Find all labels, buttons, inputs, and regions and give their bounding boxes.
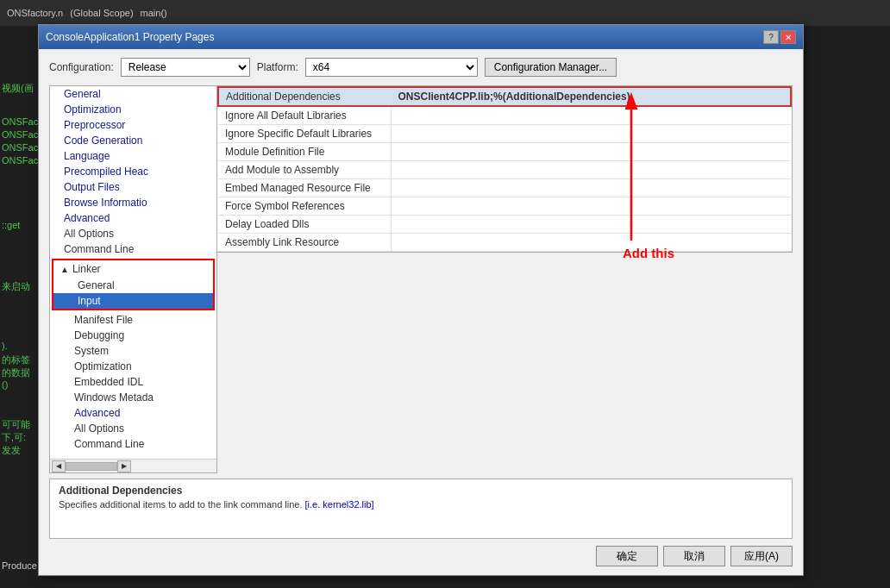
prop-key-delay-loaded: Delay Loaded Dlls <box>218 216 391 234</box>
dialog-title: ConsoleApplication1 Property Pages <box>46 31 214 43</box>
cn-text-10: 的数据 <box>2 366 30 379</box>
bottom-buttons: 确定 取消 应用(A) <box>49 546 793 566</box>
tree-item-linker-command-line[interactable]: Command Line <box>50 436 216 452</box>
prop-value-additional-deps[interactable]: ONSClient4CPP.lib;%(AdditionalDependenci… <box>391 87 791 106</box>
prop-value-force-symbol[interactable] <box>391 197 791 216</box>
cn-text-8: ). <box>2 341 8 351</box>
prop-value-ignore-all[interactable] <box>391 106 791 125</box>
scroll-right-btn[interactable]: ▶ <box>117 460 131 472</box>
props-table: Additional Dependencies ONSClient4CPP.li… <box>217 86 792 252</box>
tree-item-all-options[interactable]: All Options <box>50 226 216 241</box>
tree-item-embedded-idl[interactable]: Embedded IDL <box>50 374 216 390</box>
cn-text-13: 下,可: <box>2 431 26 444</box>
prop-key-ignore-all: Ignore All Default Libraries <box>218 106 391 125</box>
prop-value-assembly-link[interactable] <box>391 234 791 252</box>
tree-item-language[interactable]: Language <box>50 148 216 164</box>
produce-label: Produce <box>2 560 37 571</box>
desc-text: Specifies additional items to add to the… <box>59 499 783 510</box>
cn-text-11: () <box>2 379 8 390</box>
apply-button[interactable]: 应用(A) <box>730 546 793 566</box>
cn-text-12: 可可能 <box>2 418 30 431</box>
tree-item-general[interactable]: General <box>50 86 216 102</box>
prop-key-module-def: Module Definition File <box>218 143 391 161</box>
prop-value-ignore-specific[interactable] <box>391 125 791 143</box>
dialog-content: Configuration: Release Platform: x64 Con… <box>39 49 803 575</box>
cn-text-2: ONSFac <box>2 116 38 127</box>
tree-item-linker-all-options[interactable]: All Options <box>50 421 216 436</box>
tree-item-manifest-file[interactable]: Manifest File <box>50 312 216 328</box>
desc-blue-text: [i.e. kernel32.lib] <box>305 499 374 510</box>
cn-text-6: ::get <box>2 220 20 230</box>
tree-nav-buttons: ◀ <box>52 460 66 472</box>
tree-item-linker-advanced[interactable]: Advanced <box>50 405 216 421</box>
prop-value-delay-loaded[interactable] <box>391 216 791 234</box>
prop-value-add-module[interactable] <box>391 161 791 179</box>
help-button[interactable]: ? <box>763 30 779 44</box>
platform-label: Platform: <box>257 61 298 73</box>
cn-text-1: 视频(画 <box>2 82 34 95</box>
dialog-titlebar: ConsoleApplication1 Property Pages ? ✕ <box>39 25 803 49</box>
ide-topbar: ONSfactory.n (Global Scope) main() <box>0 0 890 26</box>
config-label: Configuration: <box>49 61 114 73</box>
linker-arrow-icon: ▲ <box>60 265 69 274</box>
prop-key-force-symbol: Force Symbol References <box>218 197 391 216</box>
prop-key-additional-deps: Additional Dependencies <box>218 87 391 106</box>
prop-key-add-module: Add Module to Assembly <box>218 161 391 179</box>
linker-group-header[interactable]: ▲ Linker <box>53 260 213 278</box>
tree-item-linker-input[interactable]: Input <box>53 293 213 309</box>
tree-item-output-files[interactable]: Output Files <box>50 179 216 195</box>
cn-text-7: 来启动 <box>2 280 30 293</box>
tree-item-precompiled-headers[interactable]: Precompiled Heac <box>50 164 216 179</box>
main-body: General Optimization Preprocessor Code G… <box>49 85 793 473</box>
tree-item-linker-optimization[interactable]: Optimization <box>50 359 216 374</box>
titlebar-buttons: ? ✕ <box>763 30 796 44</box>
scroll-left-btn[interactable]: ◀ <box>52 460 66 472</box>
cn-text-14: 发发 <box>2 444 21 457</box>
property-pages-dialog: ConsoleApplication1 Property Pages ? ✕ C… <box>38 24 804 576</box>
tree-nav-buttons-right: ▶ <box>117 460 131 472</box>
tree-scroll: General Optimization Preprocessor Code G… <box>50 86 216 459</box>
tree-item-system[interactable]: System <box>50 343 216 359</box>
prop-value-module-def[interactable] <box>391 143 791 161</box>
tree-item-preprocessor[interactable]: Preprocessor <box>50 117 216 133</box>
cn-text-4: ONSFac <box>2 142 38 153</box>
cn-text-5: ONSFac <box>2 155 38 166</box>
description-panel: Additional Dependencies Specifies additi… <box>49 479 793 539</box>
prop-value-embed-managed[interactable] <box>391 179 791 197</box>
prop-key-assembly-link: Assembly Link Resource <box>218 234 391 252</box>
cn-text-9: 的标签 <box>2 353 30 366</box>
config-row: Configuration: Release Platform: x64 Con… <box>49 58 793 77</box>
desc-title: Additional Dependencies <box>59 485 783 497</box>
tree-item-browse-information[interactable]: Browse Informatio <box>50 195 216 210</box>
linker-section: ▲ Linker General Input <box>52 259 215 310</box>
ide-scope: (Global Scope) <box>70 8 133 18</box>
tree-item-optimization[interactable]: Optimization <box>50 102 216 117</box>
ok-button[interactable]: 确定 <box>596 546 658 566</box>
cancel-button[interactable]: 取消 <box>663 546 725 566</box>
configuration-select[interactable]: Release <box>121 58 250 77</box>
tree-item-code-generation[interactable]: Code Generation <box>50 133 216 148</box>
close-button[interactable]: ✕ <box>780 30 796 44</box>
props-panel: Additional Dependencies ONSClient4CPP.li… <box>217 85 793 253</box>
config-manager-button[interactable]: Configuration Manager... <box>485 58 617 77</box>
props-area: Additional Dependencies ONSClient4CPP.li… <box>217 85 793 473</box>
tree-item-command-line[interactable]: Command Line <box>50 241 216 257</box>
desc-text-main: Specifies additional items to add to the… <box>59 499 305 510</box>
prop-key-ignore-specific: Ignore Specific Default Libraries <box>218 125 391 143</box>
ide-filename: ONSfactory.n <box>7 8 63 18</box>
ide-func: main() <box>141 8 167 18</box>
cn-text-3: ONSFac <box>2 129 38 140</box>
scrollbar-thumb[interactable] <box>66 462 117 471</box>
tree-item-advanced-compiler[interactable]: Advanced <box>50 210 216 226</box>
tree-panel: General Optimization Preprocessor Code G… <box>49 85 217 473</box>
tree-item-linker-general[interactable]: General <box>53 278 213 293</box>
linker-group-label: Linker <box>72 263 101 275</box>
tree-item-debugging[interactable]: Debugging <box>50 328 216 343</box>
platform-select[interactable]: x64 <box>305 58 478 77</box>
tree-horizontal-scrollbar[interactable]: ◀ ▶ <box>50 459 216 472</box>
tree-item-windows-metadata[interactable]: Windows Metada <box>50 390 216 405</box>
prop-key-embed-managed: Embed Managed Resource File <box>218 179 391 197</box>
